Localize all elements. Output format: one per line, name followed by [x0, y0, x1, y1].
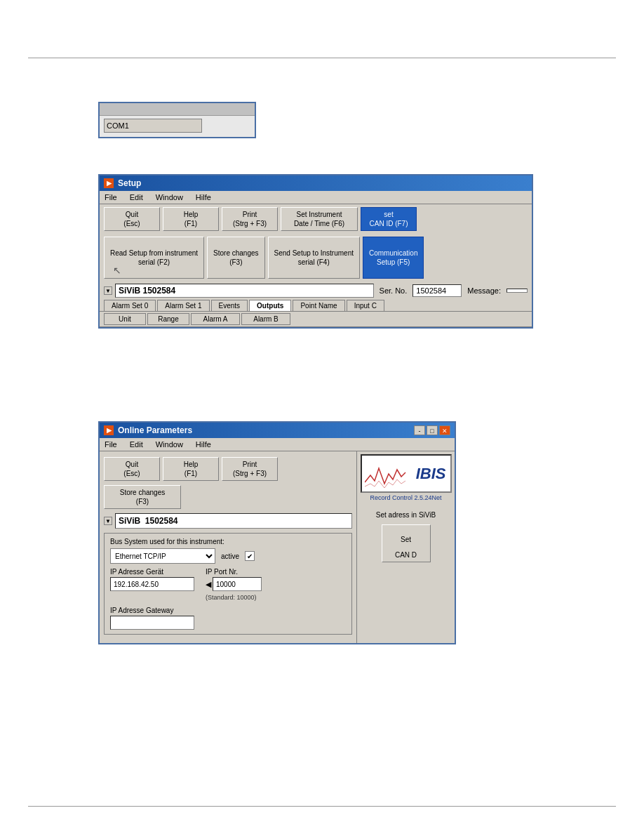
help-button[interactable]: Help (F1) [163, 207, 219, 231]
setup-titlebar: ▶ Setup [100, 176, 532, 191]
serial-num-row: ▼ SiViB 1502584 Ser. No. 1502584 Message… [100, 282, 532, 300]
ibis-wave-icon [365, 461, 407, 489]
instrument-name: SiViB 1502584 [115, 284, 374, 298]
com1-input[interactable] [104, 119, 202, 133]
sn-arrow: ▼ [104, 286, 112, 295]
bus-row: Ethernet TCP/IP active ✔ [110, 548, 346, 564]
setup-toolbar-row1: Quit (Esc) Help (F1) Print (Strg + F3) S… [100, 204, 532, 234]
ip-gateway-group: IP Adresse Gateway [110, 607, 346, 630]
tab-input-c[interactable]: Input C [347, 300, 384, 311]
ip-device-input[interactable] [110, 577, 194, 591]
setup-window: ▶ Setup File Edit Window Hilfe Quit (Esc… [98, 174, 533, 329]
send-setup-button[interactable]: Send Setup to Instrument serial (F4) [268, 237, 360, 279]
minimize-button[interactable]: - [414, 425, 425, 435]
bus-group-label: Bus System used for this instrument: [110, 538, 346, 545]
online-print-button[interactable]: Print (Strg + F3) [222, 457, 278, 481]
col-range: Range [147, 313, 189, 325]
col-unit: Unit [104, 313, 146, 325]
online-title-icon: ▶ [104, 425, 114, 435]
quit-button[interactable]: Quit (Esc) [104, 207, 160, 231]
ip-device-group: IP Adresse Gerät [110, 568, 194, 601]
set-instrument-date-button[interactable]: Set Instrument Date / Time (F6) [281, 207, 358, 231]
maximize-button[interactable]: □ [427, 425, 438, 435]
communication-setup-button[interactable]: Communication Setup (F5) [363, 237, 424, 279]
setup-toolbar-row2: Read Setup from instrument serial (F2) ↖… [100, 234, 532, 282]
com-panel [98, 102, 256, 138]
online-window: ▶ Online Parameters - □ ✕ File Edit Wind… [98, 421, 456, 644]
ip-section: IP Adresse Gerät IP Port Nr. ◀ (Standard… [110, 568, 346, 601]
close-button[interactable]: ✕ [439, 425, 450, 435]
ibis-logo-text: IBIS [416, 465, 446, 483]
port-arrow-icon: ◀ [206, 580, 211, 589]
ip-port-label: IP Port Nr. [206, 568, 262, 576]
print-button[interactable]: Print (Strg + F3) [222, 207, 278, 231]
ip-gateway-input[interactable] [110, 616, 194, 630]
col-alarm-b: Alarm B [241, 313, 290, 325]
online-left-panel: Quit (Esc) Help (F1) Print (Strg + F3) S… [100, 451, 356, 643]
set-can-id-button[interactable]: set CAN ID (F7) [361, 207, 417, 231]
sivib-name-input[interactable] [115, 513, 352, 529]
message-value [507, 289, 528, 293]
read-setup-label: Read Setup from instrument serial (F2) [110, 249, 198, 266]
online-help-button[interactable]: Help (F1) [163, 457, 219, 481]
hr-top [28, 58, 616, 58]
setup-title-text: Setup [118, 178, 141, 188]
standard-label: (Standard: 10000) [206, 594, 262, 601]
menu-window[interactable]: Window [154, 192, 185, 202]
cursor-icon: ↖ [113, 264, 121, 277]
grid-header-row: Unit Range Alarm A Alarm B [100, 312, 532, 327]
ip-gateway-label: IP Adresse Gateway [110, 607, 346, 614]
ip-port-group: IP Port Nr. ◀ (Standard: 10000) [206, 568, 262, 601]
active-checkbox[interactable]: ✔ [245, 551, 255, 561]
sivib-row: ▼ [104, 513, 352, 529]
sivib-arrow: ▼ [104, 517, 112, 525]
active-label: active [221, 552, 239, 560]
ip-port-input[interactable] [213, 577, 262, 591]
online-right-panel: IBIS Record Control 2.5.24Net Set adress… [356, 451, 455, 643]
online-title-text: Online Parameters [118, 425, 192, 435]
ibis-logo-box: IBIS [361, 454, 452, 493]
hr-bottom [28, 806, 616, 807]
menu-hilfe[interactable]: Hilfe [194, 192, 213, 202]
window-controls: - □ ✕ [414, 425, 450, 435]
setup-menubar: File Edit Window Hilfe [100, 191, 532, 204]
online-store-changes-button[interactable]: Store changes (F3) [104, 485, 181, 509]
ser-no-value: 1502584 [412, 284, 462, 297]
col-alarm-a: Alarm A [191, 313, 240, 325]
set-can-line2: CAN D [395, 551, 417, 559]
online-quit-button[interactable]: Quit (Esc) [104, 457, 160, 481]
store-changes-button[interactable]: Store changes (F3) [207, 237, 265, 279]
com-panel-body [100, 116, 255, 137]
online-menu-hilfe[interactable]: Hilfe [194, 439, 213, 449]
online-toolbar: Quit (Esc) Help (F1) Print (Strg + F3) [104, 454, 352, 484]
record-control-label: Record Control 2.5.24Net [370, 494, 441, 501]
online-content: Quit (Esc) Help (F1) Print (Strg + F3) S… [100, 451, 455, 643]
online-menu-edit[interactable]: Edit [128, 439, 145, 449]
ip-device-label: IP Adresse Gerät [110, 568, 194, 576]
online-menu-window[interactable]: Window [154, 439, 185, 449]
menu-file[interactable]: File [102, 192, 119, 202]
tabs-row: Alarm Set 0 Alarm Set 1 Events Outputs P… [100, 300, 532, 312]
online-menubar: File Edit Window Hilfe [100, 438, 455, 451]
tab-point-name[interactable]: Point Name [293, 300, 344, 311]
menu-edit[interactable]: Edit [128, 192, 145, 202]
online-menu-file[interactable]: File [102, 439, 119, 449]
store-row: Store changes (F3) [104, 484, 352, 513]
tab-alarm-set-0[interactable]: Alarm Set 0 [104, 300, 156, 311]
tab-outputs[interactable]: Outputs [249, 300, 291, 311]
set-addr-label: Set adress in SiViB [376, 511, 436, 519]
tab-alarm-set-1[interactable]: Alarm Set 1 [157, 300, 209, 311]
set-can-d-button[interactable]: Set CAN D [382, 524, 431, 562]
tab-events[interactable]: Events [211, 300, 248, 311]
bus-system-select[interactable]: Ethernet TCP/IP [110, 548, 215, 564]
set-can-line1: Set [401, 536, 411, 543]
online-titlebar: ▶ Online Parameters - □ ✕ [100, 423, 455, 438]
read-setup-button[interactable]: Read Setup from instrument serial (F2) ↖ [104, 237, 204, 279]
message-label: Message: [464, 286, 504, 295]
bus-group: Bus System used for this instrument: Eth… [104, 533, 352, 635]
com-panel-header [100, 103, 255, 116]
setup-title-icon: ▶ [104, 178, 114, 188]
ser-no-label: Ser. No. [377, 286, 410, 295]
